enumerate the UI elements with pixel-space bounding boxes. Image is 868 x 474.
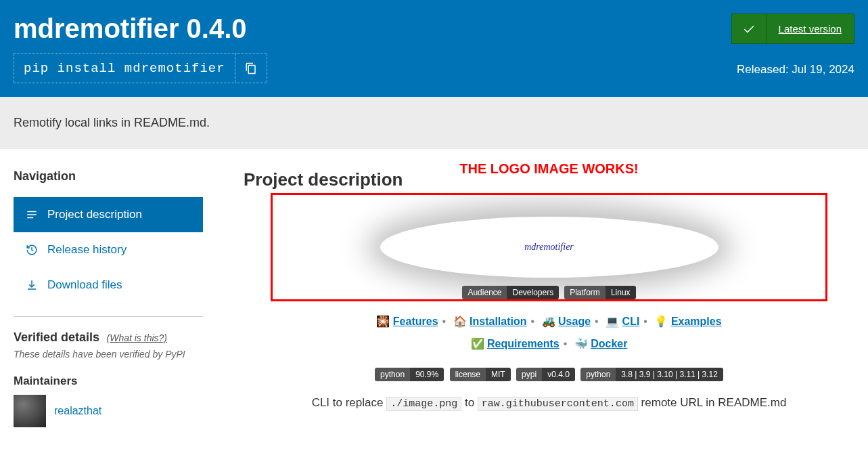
logo-badge-row: AudienceDevelopers PlatformLinux <box>462 286 635 299</box>
svg-rect-1 <box>27 214 37 215</box>
verified-note: These details have been verified by PyPI <box>14 349 203 360</box>
download-icon <box>26 279 38 291</box>
nav-release-history[interactable]: Release history <box>14 232 203 267</box>
package-title: mdremotifier 0.4.0 <box>14 14 731 44</box>
avatar <box>14 395 46 427</box>
content: THE LOGO IMAGE WORKS! Project descriptio… <box>244 169 854 427</box>
nav-download-files[interactable]: Download files <box>14 267 203 303</box>
install-row: pip install mdremotifier <box>14 53 731 83</box>
python-pct-badge: python90.9% <box>375 368 444 381</box>
divider <box>14 316 203 317</box>
docker-link[interactable]: Docker <box>591 338 627 349</box>
nav-project-description[interactable]: Project description <box>14 197 203 232</box>
package-header: mdremotifier 0.4.0 pip install mdremotif… <box>0 0 868 97</box>
history-icon <box>26 244 38 256</box>
verified-row: Verified details (What is this?) <box>14 330 203 345</box>
sidebar: Navigation Project description Release h… <box>14 169 203 427</box>
released-text: Released: Jul 19, 2024 <box>731 63 854 77</box>
anchor-links-row1: 🎇 Features• 🏠 Installation• 🚜 Usage• 💻 C… <box>244 315 854 328</box>
cli-description: CLI to replace ./image.png to raw.github… <box>244 396 854 410</box>
summary-bar: Remotify local links in README.md. <box>0 97 868 149</box>
cli-link[interactable]: CLI <box>622 316 640 327</box>
features-link[interactable]: Features <box>393 316 438 327</box>
copy-icon <box>245 62 257 74</box>
maintainer-item[interactable]: realazthat <box>14 395 203 427</box>
nav-label: Download files <box>47 278 122 292</box>
svg-rect-2 <box>27 217 33 219</box>
audience-badge: AudienceDevelopers <box>462 286 559 299</box>
code-image-path: ./image.png <box>386 397 461 411</box>
maintainers-heading: Maintainers <box>14 374 203 388</box>
code-remote-host: raw.githubusercontent.com <box>478 397 638 411</box>
anchor-links-row2: ✅ Requirements• 🐳 Docker <box>244 337 854 350</box>
description-icon <box>26 209 38 221</box>
nav-heading: Navigation <box>14 169 203 184</box>
badge-row: python90.9% licenseMIT pypiv0.4.0 python… <box>244 368 854 381</box>
nav-label: Project description <box>47 208 142 221</box>
maintainer-name: realazthat <box>54 405 101 417</box>
installation-link[interactable]: Installation <box>470 316 526 327</box>
usage-link[interactable]: Usage <box>558 316 591 327</box>
check-icon <box>732 14 767 43</box>
license-badge: licenseMIT <box>450 368 511 381</box>
logo-text: mdremotifier <box>524 242 574 253</box>
header-left: mdremotifier 0.4.0 pip install mdremotif… <box>14 14 731 83</box>
header-right: Latest version Released: Jul 19, 2024 <box>731 14 854 77</box>
platform-badge: PlatformLinux <box>564 286 635 299</box>
python-versions-badge: python3.8 | 3.9 | 3.10 | 3.11 | 3.12 <box>580 368 723 381</box>
verified-heading: Verified details <box>14 330 99 344</box>
logo-box: mdremotifier AudienceDevelopers Platform… <box>271 193 827 301</box>
latest-version-button[interactable]: Latest version <box>731 14 854 44</box>
install-command[interactable]: pip install mdremotifier <box>14 53 235 83</box>
latest-version-label: Latest version <box>767 14 854 43</box>
logo-caption: THE LOGO IMAGE WORKS! <box>244 161 854 177</box>
pypi-badge: pypiv0.4.0 <box>516 368 575 381</box>
what-is-this-link[interactable]: (What is this?) <box>107 332 167 343</box>
requirements-link[interactable]: Requirements <box>487 338 559 349</box>
copy-button[interactable] <box>235 53 267 83</box>
nav-label: Release history <box>47 243 127 257</box>
svg-rect-0 <box>27 211 37 213</box>
main-area: Navigation Project description Release h… <box>0 149 868 448</box>
examples-link[interactable]: Examples <box>671 316 722 327</box>
